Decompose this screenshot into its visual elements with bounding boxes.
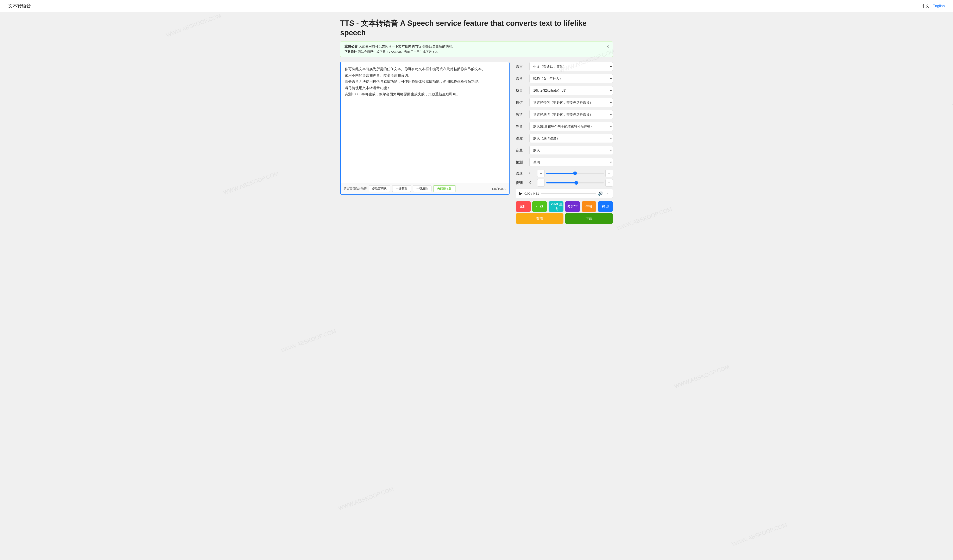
notice-stats: 字数统计 网站今日已生成字数：7723290。当前用户已生成字数：0。	[345, 50, 608, 54]
mimic-select[interactable]: 请选择模仿（非必选，需要先选择语音）	[529, 98, 613, 107]
close-hint-button[interactable]: 关闭提示音	[433, 185, 455, 192]
settings-panel: 语言 中文（普通话，简体） 语音 晓晓（女 - 年轻人） 质量 16khz-32…	[516, 62, 613, 224]
volume-row: 音量 默认	[516, 146, 613, 155]
predict-label: 预测	[516, 160, 526, 165]
pitch-minus-button[interactable]: −	[537, 179, 545, 187]
language-label: 语言	[516, 64, 526, 69]
notice-stats-label: 字数统计	[345, 50, 357, 53]
notice-stats-body: 网站今日已生成字数：7723290。当前用户已生成字数：0。	[358, 50, 440, 53]
ssml-button[interactable]: SSML生成	[549, 201, 563, 212]
intensity-row: 强度 默认（感情强度）	[516, 134, 613, 143]
main-textarea[interactable]: 你可将此文本替换为所需的任何文本。你可在此文本框中编写或在此处粘贴你自己的文本。…	[341, 62, 509, 182]
clear-button[interactable]: 一键清除	[413, 185, 431, 192]
organize-button[interactable]: 一键整理	[392, 185, 411, 192]
notice-box: 重要公告 大家使用前可以先阅读一下文本框内的内容,都是历史更新的功能。 字数统计…	[340, 41, 613, 57]
page-title: TTS - 文本转语音 A Speech service feature tha…	[340, 19, 613, 37]
speed-slider-thumb[interactable]	[573, 172, 577, 175]
intensity-select[interactable]: 默认（感情强度）	[529, 134, 613, 143]
volume-select[interactable]: 默认	[529, 146, 613, 155]
speed-label: 语速	[516, 171, 526, 176]
voice-row: 语音 晓晓（女 - 年轻人）	[516, 74, 613, 83]
notice-title: 重要公告	[345, 45, 358, 48]
pitch-plus-button[interactable]: +	[605, 179, 613, 187]
pitch-value: 0	[529, 181, 535, 185]
pitch-row: 音调 0 − +	[516, 179, 613, 187]
textarea-footer: 多语言切换分隔符 多语言切换 一键整理 一键清除 关闭提示音 146/10000	[341, 183, 509, 194]
char-count: 146/10000	[492, 187, 506, 190]
predict-select[interactable]: 关闭	[529, 158, 613, 167]
pitch-slider-fill	[546, 182, 576, 183]
volume-label: 音量	[516, 148, 526, 153]
text-panel: 你可将此文本替换为所需的任何文本。你可在此文本框中编写或在此处粘贴你自己的文本。…	[340, 62, 509, 195]
mimic-row: 模仿 请选择模仿（非必选，需要先选择语音）	[516, 98, 613, 107]
speed-row: 语速 0 − +	[516, 170, 613, 177]
textarea-wrapper: 你可将此文本替换为所需的任何文本。你可在此文本框中编写或在此处粘贴你自己的文本。…	[340, 62, 509, 195]
audio-time: 0:00 / 0:31	[525, 192, 539, 195]
lang-cn-button[interactable]: 中文	[922, 3, 929, 8]
intensity-label: 强度	[516, 136, 526, 141]
notice-close-button[interactable]: ✕	[606, 44, 609, 49]
silence-row: 静音 默认(批量在每个句子的结束符号后停顿)	[516, 122, 613, 131]
content-area: 你可将此文本替换为所需的任何文本。你可在此文本框中编写或在此处粘贴你自己的文本。…	[340, 62, 613, 224]
mimic-label: 模仿	[516, 100, 526, 105]
pitch-slider-thumb[interactable]	[574, 181, 578, 185]
multi-char-button[interactable]: 多音字	[565, 201, 580, 212]
voice-select[interactable]: 晓晓（女 - 年轻人）	[529, 74, 613, 83]
download-button[interactable]: 下载	[565, 213, 613, 224]
lang-switcher: 中文 English	[922, 3, 945, 8]
pitch-label: 音调	[516, 181, 526, 185]
header: 文本转语音 中文 English	[0, 0, 953, 12]
look-button[interactable]: 查看	[516, 213, 563, 224]
audio-player: ▶ 0:00 / 0:31 🔊 ⋮	[516, 189, 613, 198]
speed-slider-fill	[546, 173, 575, 174]
speed-value: 0	[529, 172, 535, 175]
language-select[interactable]: 中文（普通话，简体）	[529, 62, 613, 71]
audio-progress-bar[interactable]	[541, 193, 596, 194]
header-title: 文本转语音	[8, 3, 31, 9]
notice-body: 大家使用前可以先阅读一下文本框内的内容,都是历史更新的功能。	[359, 45, 455, 48]
lang-sep-label: 多语言切换分隔符	[343, 187, 366, 190]
language-row: 语言 中文（普通话，简体）	[516, 62, 613, 71]
voice-label: 语音	[516, 76, 526, 81]
emotion-row: 感情 请选择感情（非必选，需要先选择语音）	[516, 110, 613, 119]
emotion-select[interactable]: 请选择感情（非必选，需要先选择语音）	[529, 110, 613, 119]
more-options-icon[interactable]: ⋮	[605, 191, 609, 196]
silence-label: 静音	[516, 124, 526, 129]
quality-row: 质量 16khz-32kbitrate(mp3)	[516, 86, 613, 95]
silence-select[interactable]: 默认(批量在每个句子的结束符号后停顿)	[529, 122, 613, 131]
listen-button[interactable]: 试听	[516, 201, 531, 212]
quality-select[interactable]: 16khz-32kbitrate(mp3)	[529, 86, 613, 95]
pitch-slider-track[interactable]	[546, 182, 604, 183]
lang-switch-button[interactable]: 多语言切换	[369, 185, 390, 192]
speed-minus-button[interactable]: −	[537, 170, 545, 177]
volume-icon[interactable]: 🔊	[598, 191, 603, 196]
emotion-label: 感情	[516, 112, 526, 117]
pause-button[interactable]: 停顿	[582, 201, 596, 212]
predict-row: 预测 关闭	[516, 158, 613, 167]
quality-label: 质量	[516, 88, 526, 93]
generate-button[interactable]: 生成	[532, 201, 547, 212]
speed-plus-button[interactable]: +	[605, 170, 613, 177]
play-button[interactable]: ▶	[519, 191, 522, 196]
lang-en-button[interactable]: English	[933, 4, 945, 8]
action-buttons: 试听 生成 SSML生成 多音字 停顿 模型 查看 下载	[516, 201, 613, 224]
speed-slider-track[interactable]	[546, 173, 604, 174]
main-container: TTS - 文本转语音 A Speech service feature tha…	[332, 12, 621, 230]
model-button[interactable]: 模型	[598, 201, 613, 212]
